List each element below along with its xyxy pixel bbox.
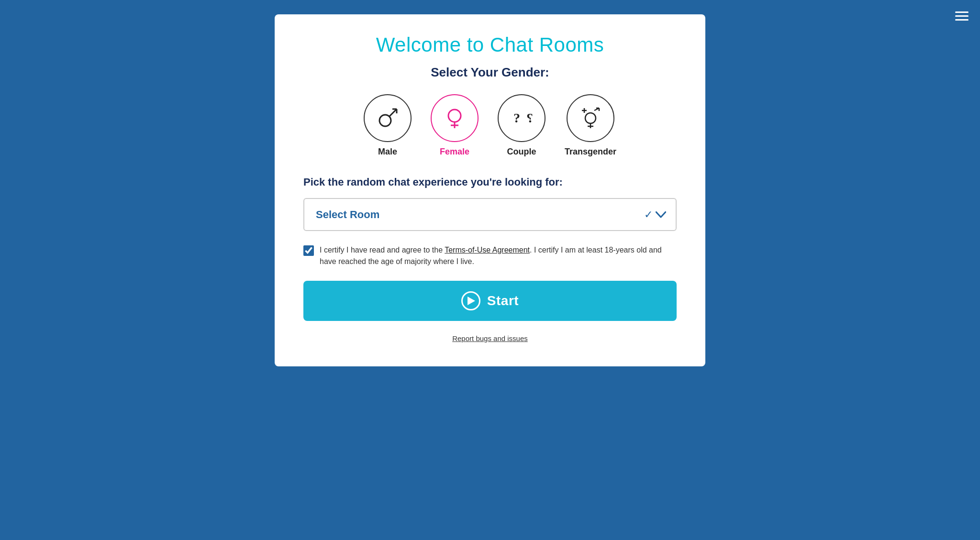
terms-link[interactable]: Terms-of-Use Agreement [445, 246, 530, 254]
select-room-wrapper: Select Room Random Chat Video Chat Text … [303, 198, 677, 231]
room-select[interactable]: Select Room Random Chat Video Chat Text … [303, 198, 677, 231]
svg-text:?: ? [526, 110, 533, 125]
play-triangle [468, 297, 475, 305]
svg-point-0 [379, 115, 391, 126]
hamburger-line-1 [955, 11, 969, 13]
gender-options-row: Male Female ? ? Couple [303, 94, 677, 157]
gender-heading: Select Your Gender: [303, 65, 677, 80]
male-icon [376, 106, 400, 130]
gender-option-male[interactable]: Male [364, 94, 412, 157]
terms-text-before: I certify I have read and agree to the [320, 246, 445, 254]
report-bugs-link[interactable]: Report bugs and issues [452, 334, 528, 342]
gender-label-transgender: Transgender [565, 147, 616, 157]
gender-label-female: Female [440, 147, 469, 157]
gender-circle-male [364, 94, 412, 142]
hamburger-line-3 [955, 19, 969, 21]
couple-icon: ? ? [510, 106, 534, 130]
gender-option-female[interactable]: Female [431, 94, 479, 157]
gender-option-couple[interactable]: ? ? Couple [498, 94, 546, 157]
gender-label-male: Male [378, 147, 397, 157]
gender-circle-transgender [567, 94, 614, 142]
gender-circle-couple: ? ? [498, 94, 546, 142]
svg-point-9 [585, 113, 596, 123]
hamburger-line-2 [955, 15, 969, 17]
terms-row: I certify I have read and agree to the T… [303, 244, 677, 267]
svg-line-1 [390, 109, 397, 116]
page-title: Welcome to Chat Rooms [303, 33, 677, 56]
report-link-container: Report bugs and issues [303, 334, 677, 342]
transgender-icon [579, 106, 602, 130]
gender-option-transgender[interactable]: Transgender [565, 94, 616, 157]
start-button-label: Start [487, 293, 519, 309]
play-icon [461, 291, 480, 310]
svg-text:?: ? [513, 110, 520, 125]
experience-heading: Pick the random chat experience you're l… [303, 176, 677, 188]
menu-button[interactable] [952, 9, 971, 23]
svg-point-4 [448, 110, 461, 122]
terms-text: I certify I have read and agree to the T… [320, 244, 677, 267]
terms-checkbox[interactable] [303, 245, 314, 256]
main-card: Welcome to Chat Rooms Select Your Gender… [275, 14, 705, 366]
gender-label-couple: Couple [507, 147, 536, 157]
female-icon [443, 106, 467, 130]
start-button[interactable]: Start [303, 281, 677, 321]
gender-circle-female [431, 94, 479, 142]
